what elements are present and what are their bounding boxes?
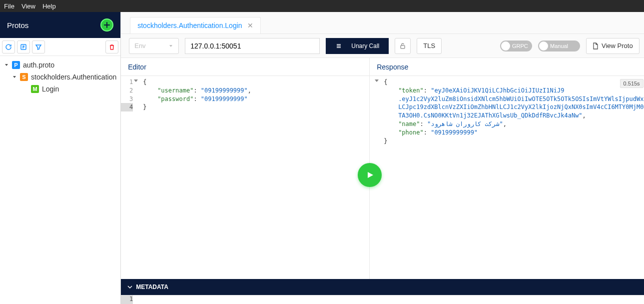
manual-toggle[interactable]: Manual (538, 40, 580, 52)
response-gutter (370, 78, 377, 145)
import-button[interactable] (17, 40, 30, 54)
metadata-title: METADATA (136, 284, 168, 290)
svg-rect-1 (401, 46, 405, 48)
sidebar-header: Protos (0, 12, 120, 38)
view-proto-label: View Proto (602, 42, 633, 50)
env-placeholder: Env (134, 42, 145, 50)
filter-icon (35, 44, 42, 50)
env-select[interactable]: Env (129, 38, 179, 54)
reload-button[interactable] (2, 40, 15, 54)
lock-button[interactable] (395, 38, 411, 54)
view-proto-button[interactable]: View Proto (586, 38, 640, 54)
tab-close-button[interactable]: ✕ (247, 22, 253, 30)
caret-down-icon (12, 74, 17, 80)
import-icon (20, 44, 27, 50)
response-body: { "token": "eyJ0eXAiOiJKV1QiLCJhbGciOiJI… (377, 78, 644, 145)
grpc-toggle[interactable]: GRPC (500, 40, 532, 52)
play-icon (365, 170, 375, 180)
tree-proto-file[interactable]: P auth.proto (1, 59, 119, 71)
address-bar: Env Unary Call TLS GRPC Manual (121, 34, 644, 58)
editor-gutter: 1 2 3 4 (121, 78, 136, 112)
manual-toggle-label: Manual (550, 43, 568, 49)
editor-pane: Editor 1 2 3 4 { "username": "0919999999… (121, 58, 370, 279)
sidebar-title: Protos (7, 21, 28, 30)
tls-button[interactable]: TLS (417, 38, 442, 54)
lock-icon (399, 42, 406, 50)
trash-icon (108, 44, 115, 50)
filter-button[interactable] (32, 40, 45, 54)
caret-down-icon (4, 62, 9, 68)
editor-header: Editor (121, 58, 369, 76)
editor-code[interactable]: 1 2 3 4 { "username": "09199999999", "pa… (121, 76, 369, 112)
add-proto-button[interactable] (100, 18, 113, 32)
delete-button[interactable] (105, 40, 118, 54)
menu-help[interactable]: Help (42, 2, 56, 10)
response-code[interactable]: { "token": "eyJ0eXAiOiJKV1QiLCJhbGciOiJI… (370, 76, 644, 145)
plus-icon (103, 22, 110, 28)
chevron-down-icon (127, 284, 133, 290)
sidebar-toolbar (0, 38, 120, 56)
chevron-down-icon (168, 44, 173, 48)
tree-method[interactable]: M Login (1, 83, 119, 95)
menubar: File View Help (0, 0, 644, 12)
url-input[interactable] (185, 38, 320, 54)
tree-service-label: stockholders.Authentication (31, 73, 116, 81)
reload-icon (5, 44, 12, 50)
main-panel: stockholders.Authentication.Login ✕ Env … (121, 12, 644, 304)
proto-tree: P auth.proto S stockholders.Authenticati… (0, 56, 120, 98)
tree-service[interactable]: S stockholders.Authentication (1, 71, 119, 83)
fold-icon[interactable] (134, 80, 138, 82)
response-pane: Response 0.515s { "token": "eyJ0eXAiOiJK… (370, 58, 644, 279)
grpc-toggle-label: GRPC (512, 43, 528, 49)
editor-body[interactable]: { "username": "09199999999", "password":… (136, 78, 251, 112)
tabs-bar: stockholders.Authentication.Login ✕ (121, 12, 644, 34)
menu-view[interactable]: View (21, 2, 35, 10)
service-badge: S (20, 73, 28, 81)
list-icon (335, 42, 342, 50)
tls-label: TLS (423, 42, 435, 50)
sidebar: Protos P auth.proto (0, 12, 121, 304)
metadata-gutter: 1 (121, 296, 136, 304)
call-type-select[interactable]: Unary Call (326, 38, 389, 54)
response-header: Response (370, 58, 644, 76)
tab-active[interactable]: stockholders.Authentication.Login ✕ (130, 17, 260, 34)
fold-icon[interactable] (375, 80, 379, 82)
tab-label: stockholders.Authentication.Login (137, 22, 242, 30)
run-button[interactable] (358, 163, 382, 187)
tree-method-label: Login (42, 85, 59, 93)
content-split: Editor 1 2 3 4 { "username": "0919999999… (121, 58, 644, 279)
method-badge: M (31, 85, 39, 93)
response-timing: 0.515s (620, 79, 644, 88)
file-icon (593, 42, 599, 50)
call-type-label: Unary Call (351, 42, 379, 50)
metadata-bar[interactable]: METADATA (121, 279, 644, 295)
proto-badge: P (12, 61, 20, 69)
menu-file[interactable]: File (4, 2, 14, 10)
tree-proto-label: auth.proto (23, 61, 54, 69)
metadata-code[interactable]: 1 (121, 295, 644, 304)
